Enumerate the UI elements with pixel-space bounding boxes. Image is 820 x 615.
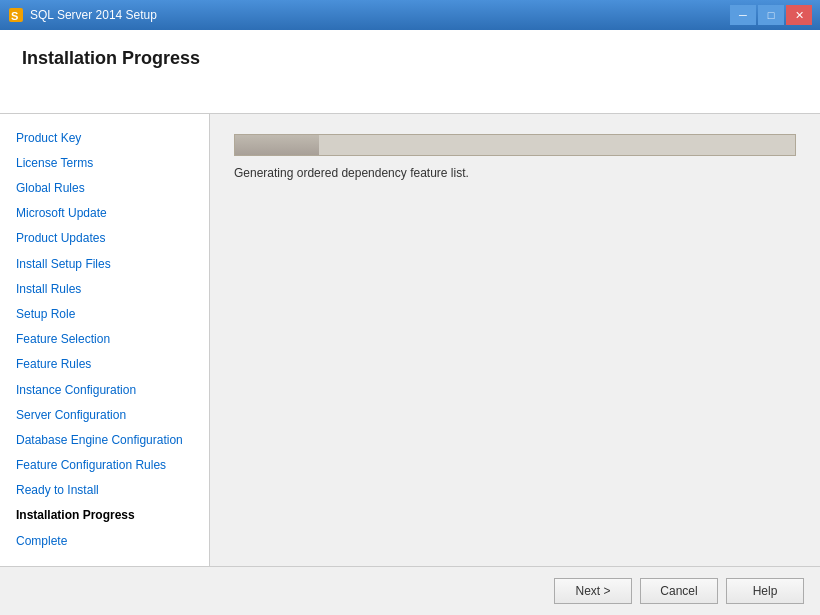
minimize-button[interactable]: ─ [730, 5, 756, 25]
sidebar-item-installation-progress[interactable]: Installation Progress [0, 503, 209, 528]
content-area: Product KeyLicense TermsGlobal RulesMicr… [0, 114, 820, 566]
sidebar-item-setup-role[interactable]: Setup Role [0, 302, 209, 327]
sidebar-item-feature-rules[interactable]: Feature Rules [0, 352, 209, 377]
sidebar-item-install-setup-files[interactable]: Install Setup Files [0, 252, 209, 277]
bottom-bar: Next > Cancel Help [0, 566, 820, 615]
title-bar-left: S SQL Server 2014 Setup [8, 7, 157, 23]
sidebar: Product KeyLicense TermsGlobal RulesMicr… [0, 114, 210, 566]
sidebar-item-global-rules[interactable]: Global Rules [0, 176, 209, 201]
app-icon: S [8, 7, 24, 23]
next-button[interactable]: Next > [554, 578, 632, 604]
sidebar-item-feature-configuration-rules[interactable]: Feature Configuration Rules [0, 453, 209, 478]
sidebar-item-product-updates[interactable]: Product Updates [0, 226, 209, 251]
sidebar-item-feature-selection[interactable]: Feature Selection [0, 327, 209, 352]
sidebar-item-server-configuration[interactable]: Server Configuration [0, 403, 209, 428]
maximize-button[interactable]: □ [758, 5, 784, 25]
sidebar-item-product-key[interactable]: Product Key [0, 126, 209, 151]
progress-bar-fill [235, 135, 319, 155]
sidebar-item-ready-to-install[interactable]: Ready to Install [0, 478, 209, 503]
close-button[interactable]: ✕ [786, 5, 812, 25]
main-container: Installation Progress Product KeyLicense… [0, 30, 820, 615]
title-bar: S SQL Server 2014 Setup ─ □ ✕ [0, 0, 820, 30]
sidebar-item-license-terms[interactable]: License Terms [0, 151, 209, 176]
svg-text:S: S [11, 10, 18, 22]
window-controls: ─ □ ✕ [730, 5, 812, 25]
cancel-button[interactable]: Cancel [640, 578, 718, 604]
sidebar-item-instance-configuration[interactable]: Instance Configuration [0, 378, 209, 403]
main-panel: Generating ordered dependency feature li… [210, 114, 820, 566]
window-title: SQL Server 2014 Setup [30, 8, 157, 22]
sidebar-item-microsoft-update[interactable]: Microsoft Update [0, 201, 209, 226]
sidebar-item-complete[interactable]: Complete [0, 529, 209, 554]
sidebar-item-install-rules[interactable]: Install Rules [0, 277, 209, 302]
page-title: Installation Progress [22, 48, 200, 69]
header-area: Installation Progress [0, 30, 820, 114]
sidebar-item-database-engine-configuration[interactable]: Database Engine Configuration [0, 428, 209, 453]
progress-bar-container [234, 134, 796, 156]
help-button[interactable]: Help [726, 578, 804, 604]
progress-status-text: Generating ordered dependency feature li… [234, 166, 796, 180]
